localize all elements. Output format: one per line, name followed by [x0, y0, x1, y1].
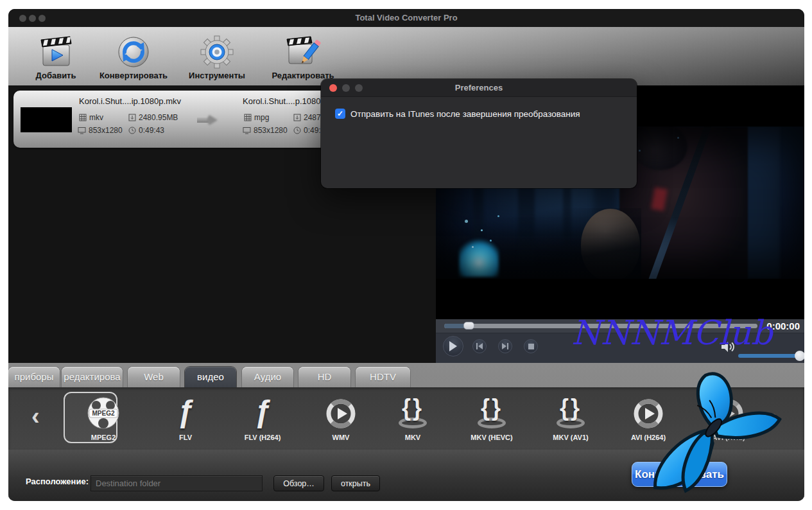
play-ring-icon — [693, 395, 764, 432]
format-item-avi-xvid[interactable]: AVI (Xvid) — [693, 395, 764, 446]
tab-pribory[interactable]: приборы — [8, 367, 60, 387]
convert-refresh-icon — [92, 31, 175, 70]
flash-icon: ƒ — [150, 395, 221, 432]
size-icon — [128, 114, 136, 121]
play-button[interactable] — [443, 336, 463, 356]
skip-back-button[interactable] — [472, 339, 487, 353]
progress-track[interactable] — [444, 324, 757, 328]
window-title: Total Video Converter Pro — [8, 9, 804, 27]
convert-toolbar-button[interactable]: Конвертировать — [92, 31, 175, 80]
open-button[interactable]: открыть — [331, 475, 380, 491]
braces-icon: {} — [535, 395, 606, 432]
player-controls — [436, 333, 804, 363]
tab-redaktirovat[interactable]: редактирова — [62, 367, 123, 387]
convert-toolbar-label: Конвертировать — [92, 71, 175, 80]
play-icon — [449, 341, 458, 351]
target-size: 2487. — [293, 113, 323, 122]
format-item-mpeg2[interactable]: MPEG2 MPEG2 — [68, 395, 139, 446]
format-item-wmv[interactable]: WMV — [306, 395, 376, 446]
progress-bar[interactable]: 0:00:00 — [436, 319, 804, 333]
format-item-mkv[interactable]: {} MKV — [377, 395, 448, 446]
file-thumbnail — [21, 107, 72, 132]
dialog-titlebar: Preferences — [321, 79, 637, 97]
braces-icon: {} — [456, 395, 527, 432]
tools-button[interactable]: Инструменты — [175, 31, 259, 80]
format-icon — [244, 114, 252, 121]
itunes-checkbox[interactable]: ✓ — [335, 109, 345, 119]
browse-button[interactable]: Обзор… — [273, 475, 324, 491]
tools-button-label: Инструменты — [175, 71, 259, 80]
formats-scroll-right-button[interactable]: › — [771, 405, 779, 430]
volume-icon — [720, 340, 736, 354]
target-format: mpg — [244, 113, 269, 122]
itunes-checkbox-label: Отправить на ITunes после завершения пре… — [350, 109, 580, 119]
size-icon — [293, 114, 301, 121]
tab-hdtv[interactable]: HDTV — [356, 367, 410, 387]
format-item-mkv-av1[interactable]: {} MKV (AV1) — [535, 395, 606, 446]
resolution-icon — [243, 127, 251, 134]
stop-button[interactable] — [524, 339, 538, 353]
duration-icon — [293, 127, 301, 134]
format-item-mkv-hevc[interactable]: {} MKV (HEVC) — [456, 395, 527, 446]
format-item-flv[interactable]: ƒ FLV — [150, 395, 221, 446]
volume-thumb[interactable] — [795, 351, 804, 361]
tab-video[interactable]: видео — [185, 367, 236, 387]
add-button[interactable]: Добавить — [14, 31, 98, 80]
current-time: 0:00:00 — [766, 321, 800, 331]
conversion-arrow-icon — [197, 114, 219, 127]
source-duration: 0:49:43 — [128, 126, 164, 135]
edit-button[interactable]: Редактировать — [261, 31, 345, 80]
target-file-name: Korol.i.Shut....p.1080 — [243, 96, 320, 106]
source-format: mkv — [79, 113, 103, 122]
skip-back-icon — [476, 343, 483, 349]
destination-input[interactable] — [91, 475, 263, 491]
add-button-label: Добавить — [14, 71, 98, 80]
format-strip: ‹ MPEG2 MPEG2 — [8, 387, 804, 450]
skip-forward-button[interactable] — [498, 339, 512, 353]
dialog-title: Preferences — [321, 79, 637, 97]
duration-icon — [128, 127, 136, 134]
format-item-avi-h264[interactable]: AVI (H264) — [613, 395, 684, 446]
play-ring-icon — [306, 395, 376, 432]
flash-icon: ƒ — [227, 395, 298, 432]
format-icon — [79, 114, 87, 121]
source-resolution: 853x1280 — [78, 126, 123, 135]
convert-button[interactable]: Конвертировать — [632, 462, 727, 487]
stop-icon — [528, 344, 534, 349]
destination-bar: Расположение: Обзор… открыть Конвертиров… — [8, 450, 804, 501]
source-file-name: Korol.i.Shut....ip.1080p.mkv — [79, 96, 181, 106]
svg-text:MPEG2: MPEG2 — [92, 410, 114, 417]
titlebar: Total Video Converter Pro — [8, 9, 804, 27]
formats-scroll-left-button[interactable]: ‹ — [31, 404, 40, 428]
format-item-flv-h264[interactable]: ƒ FLV (H264) — [227, 395, 298, 446]
tab-web[interactable]: Web — [128, 367, 180, 387]
add-clapperboard-icon — [14, 31, 98, 70]
braces-icon: {} — [377, 395, 448, 432]
target-resolution: 853x1280 — [243, 126, 288, 135]
resolution-icon — [78, 127, 86, 134]
target-duration: 0:49: — [293, 126, 321, 135]
destination-label: Расположение: — [26, 477, 89, 486]
preferences-dialog: Preferences ✓ Отправить на ITunes после … — [321, 79, 637, 188]
source-size: 2480.95MB — [128, 113, 178, 122]
bottom-section: приборы редактирова Web видео Аудио HD H… — [8, 363, 804, 501]
toolbar: Добавить — [8, 27, 804, 85]
play-ring-icon — [613, 395, 684, 432]
mpeg2-reel-icon: MPEG2 — [68, 395, 139, 432]
tab-audio[interactable]: Аудио — [242, 367, 293, 387]
tools-gear-icon — [175, 31, 259, 70]
screen: Total Video Converter Pro — [0, 0, 812, 510]
tab-hd[interactable]: HD — [298, 367, 350, 387]
volume-slider[interactable] — [738, 354, 800, 358]
skip-forward-icon — [502, 343, 508, 349]
edit-pencil-icon — [261, 31, 345, 70]
progress-thumb[interactable] — [463, 322, 474, 330]
